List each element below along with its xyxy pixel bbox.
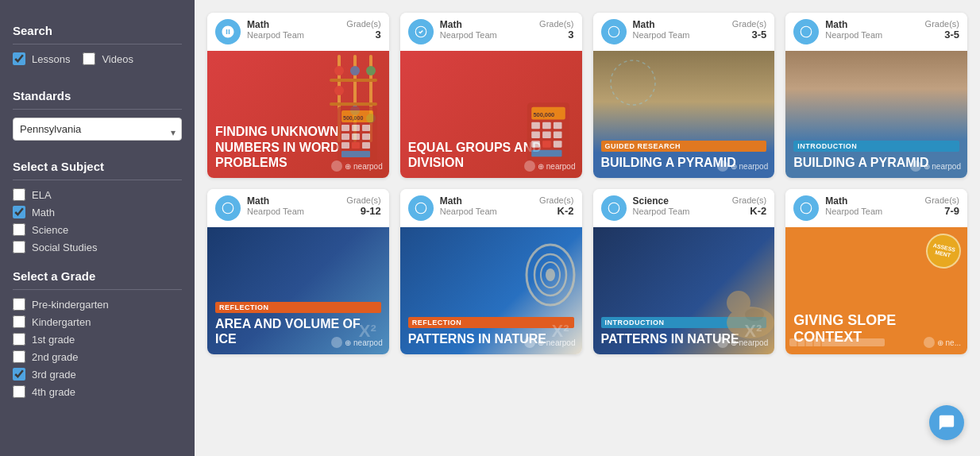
- grade-prek-checkbox[interactable]: [13, 298, 25, 311]
- grade-kg-row[interactable]: Kindergarten: [13, 315, 182, 328]
- grade-4th-row[interactable]: 4th grade: [13, 385, 182, 398]
- grade-1st-row[interactable]: 1st grade: [13, 333, 182, 346]
- card-team-5: Nearpod Team: [247, 207, 340, 216]
- grade-1st-label: 1st grade: [32, 334, 75, 346]
- standards-title: Standards: [13, 89, 182, 102]
- card-subject-4: Math: [825, 19, 918, 30]
- nearpod-logo-3: ⊕ nearpod: [717, 160, 768, 172]
- card-grade-label-8: Grade(s): [925, 195, 959, 205]
- card-area-volume[interactable]: Math Nearpod Team Grade(s) 9-12 X² REFLE…: [207, 189, 389, 354]
- card-patterns-science[interactable]: Science Nearpod Team Grade(s) K-2 X²: [593, 189, 775, 354]
- card-team-8: Nearpod Team: [825, 207, 918, 216]
- card-subject: Math: [247, 19, 340, 30]
- svg-point-7: [350, 66, 360, 75]
- grade-2nd-row[interactable]: 2nd grade: [13, 350, 182, 363]
- card-pyramid-guided[interactable]: Math Nearpod Team Grade(s) 3-5 GUIDED RE…: [593, 13, 775, 178]
- card-subject-2: Math: [440, 19, 533, 30]
- card-team-6: Nearpod Team: [440, 207, 533, 216]
- card-grade-label-5: Grade(s): [346, 195, 380, 205]
- card-slope-context[interactable]: Math Nearpod Team Grade(s) 7-9 ASSESSMEN…: [785, 189, 967, 354]
- card-subject-3: Math: [633, 19, 726, 30]
- card-grade-label-2: Grade(s): [539, 19, 573, 29]
- card-patterns-math[interactable]: Math Nearpod Team Grade(s) K-2: [400, 189, 582, 354]
- nearpod-logo-6: ⊕ nearpod: [524, 337, 575, 348]
- subject-ela-checkbox[interactable]: [13, 188, 25, 201]
- svg-rect-17: [341, 133, 349, 140]
- svg-rect-36: [553, 141, 561, 148]
- card-icon-4: [793, 19, 819, 44]
- svg-rect-15: [352, 125, 360, 131]
- card-tag-6: REFLECTION: [408, 317, 574, 328]
- subject-math-checkbox[interactable]: [13, 206, 25, 218]
- card-image-3: GUIDED RESEARCH BUILDING A PYRAMID ⊕ nea…: [593, 51, 775, 178]
- svg-point-5: [334, 66, 344, 75]
- grade-kg-checkbox[interactable]: [13, 315, 25, 328]
- svg-point-41: [222, 203, 233, 214]
- videos-label[interactable]: Videos: [102, 53, 133, 65]
- videos-checkbox-row[interactable]: Videos: [83, 52, 133, 65]
- card-grade-value-3: 3-5: [732, 29, 766, 41]
- card-team-7: Nearpod Team: [633, 207, 726, 216]
- grade-title: Select a Grade: [13, 269, 182, 283]
- svg-point-39: [611, 60, 655, 105]
- card-pyramid-intro[interactable]: Math Nearpod Team Grade(s) 3-5 INTRODUCT…: [785, 13, 967, 178]
- subject-social-checkbox[interactable]: [13, 241, 25, 253]
- card-team-2: Nearpod Team: [440, 30, 533, 40]
- svg-rect-34: [531, 141, 540, 148]
- card-image-4: INTRODUCTION BUILDING A PYRAMID ⊕ nearpo…: [785, 51, 967, 178]
- svg-rect-28: [531, 122, 540, 129]
- grade-1st-checkbox[interactable]: [13, 333, 25, 346]
- card-finding-unknown[interactable]: Math Nearpod Team Grade(s) 3: [207, 13, 389, 178]
- svg-rect-33: [553, 131, 561, 138]
- cards-row-2: Math Nearpod Team Grade(s) 9-12 X² REFLE…: [207, 189, 967, 354]
- svg-rect-18: [352, 133, 360, 140]
- subject-math-row[interactable]: Math: [13, 206, 182, 218]
- card-image-8: ASSESSMENT Giving Slope Context ⊕ ne...: [785, 227, 967, 354]
- grade-prek-row[interactable]: Pre-kindergarten: [13, 298, 182, 311]
- card-team-4: Nearpod Team: [825, 30, 918, 40]
- main-content: Math Nearpod Team Grade(s) 3: [195, 0, 980, 456]
- grade-3rd-row[interactable]: 3rd grade: [13, 368, 182, 381]
- card-subject-6: Math: [440, 195, 533, 207]
- svg-rect-52: [789, 338, 885, 346]
- svg-rect-30: [553, 122, 561, 129]
- subject-ela-row[interactable]: ELA: [13, 188, 182, 201]
- svg-rect-20: [341, 142, 349, 149]
- svg-rect-29: [542, 122, 551, 129]
- svg-rect-14: [341, 125, 349, 131]
- card-grade-value-8: 7-9: [925, 205, 959, 217]
- svg-rect-32: [542, 131, 551, 138]
- card-grade-value-2: 3: [539, 29, 573, 41]
- lessons-checkbox-row[interactable]: Lessons: [13, 52, 70, 65]
- card-team-3: Nearpod Team: [633, 30, 726, 40]
- card-grade-value-7: K-2: [732, 205, 766, 217]
- card-image-2: 500,000 Equal Groups and Division ⊕ nea: [400, 51, 582, 178]
- card-equal-groups[interactable]: Math Nearpod Team Grade(s) 3 500,000: [400, 13, 582, 178]
- grade-2nd-label: 2nd grade: [32, 351, 79, 363]
- card-grade-label-3: Grade(s): [732, 19, 766, 29]
- svg-point-50: [745, 308, 764, 321]
- subject-social-row[interactable]: Social Studies: [13, 241, 182, 253]
- chat-fab[interactable]: [929, 405, 964, 440]
- lessons-label[interactable]: Lessons: [32, 53, 70, 65]
- subject-science-row[interactable]: Science: [13, 223, 182, 236]
- svg-rect-23: [341, 151, 370, 157]
- svg-point-47: [608, 203, 619, 214]
- svg-rect-21: [352, 142, 360, 149]
- svg-point-51: [801, 203, 812, 214]
- card-image-5: X² REFLECTION AREA AND VOLUME OF ICE ⊕ n…: [207, 227, 389, 354]
- grade-4th-checkbox[interactable]: [13, 385, 25, 398]
- lessons-checkbox[interactable]: [13, 52, 25, 65]
- grade-2nd-checkbox[interactable]: [13, 350, 25, 363]
- card-grade-value-4: 3-5: [925, 29, 959, 41]
- grade-3rd-checkbox[interactable]: [13, 368, 25, 381]
- subject-social-label: Social Studies: [32, 242, 97, 253]
- videos-checkbox[interactable]: [83, 52, 95, 65]
- nearpod-logo-2: ⊕ nearpod: [524, 160, 575, 172]
- state-dropdown[interactable]: Pennsylvania Alabama New York Texas: [13, 118, 182, 141]
- cards-row-1: Math Nearpod Team Grade(s) 3: [207, 13, 967, 178]
- card-grade-label: Grade(s): [346, 19, 380, 29]
- subject-science-checkbox[interactable]: [13, 223, 25, 236]
- subject-math-label: Math: [32, 207, 55, 218]
- svg-rect-16: [362, 125, 370, 131]
